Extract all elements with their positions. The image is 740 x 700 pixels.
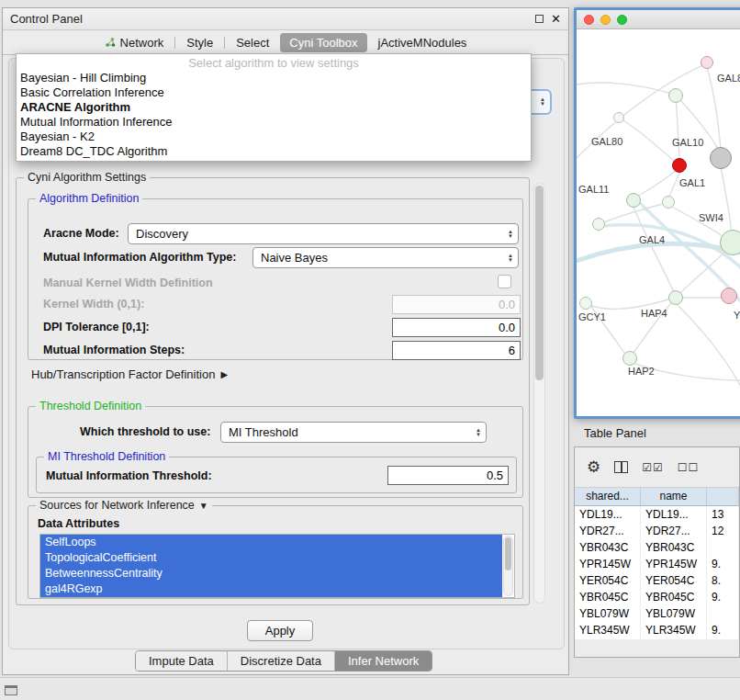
- mi-threshold-group-title: MI Threshold Definition: [44, 450, 169, 463]
- network-node[interactable]: [710, 147, 732, 169]
- close-panel-icon[interactable]: ✕: [551, 15, 561, 24]
- which-threshold-combobox[interactable]: MI Threshold ▲▼: [220, 422, 487, 443]
- float-panel-icon[interactable]: [535, 15, 544, 23]
- tab-select[interactable]: Select: [227, 33, 278, 52]
- network-node[interactable]: [720, 230, 740, 255]
- network-node[interactable]: [579, 297, 592, 310]
- mi-steps-field[interactable]: [392, 341, 521, 360]
- dropdown-item-mutual-information[interactable]: Mutual Information Inference: [17, 115, 531, 130]
- dropdown-item-basic-correlation[interactable]: Basic Correlation Inference: [17, 85, 531, 100]
- apply-button[interactable]: Apply: [247, 620, 313, 641]
- network-node[interactable]: [592, 218, 605, 231]
- mi-algorithm-type-combobox[interactable]: Naive Bayes ▲▼: [252, 247, 519, 268]
- dropdown-item-bayesian-hill[interactable]: Bayesian - Hill Climbing: [17, 71, 531, 85]
- combo-stepper-icon: ▲▼: [536, 97, 545, 107]
- attribute-list-scrollbar[interactable]: [503, 536, 513, 596]
- close-window-icon[interactable]: [584, 15, 594, 25]
- tab-cyni-toolbox[interactable]: Cyni Toolbox: [280, 33, 366, 52]
- tab-label: Cyni Toolbox: [289, 36, 357, 50]
- table-toolbar: ⚙ ☑☑ ☐☐: [575, 447, 739, 488]
- table-settings-gear-icon[interactable]: ⚙: [587, 459, 600, 475]
- table-row[interactable]: YDR27...YDR27...12: [575, 523, 739, 539]
- dpi-tolerance-field[interactable]: [392, 318, 521, 337]
- table-row[interactable]: YLR345WYLR345W9.: [575, 622, 739, 638]
- node-label: GAL1: [679, 177, 705, 188]
- column-header-extra[interactable]: [707, 488, 739, 506]
- hub-definition-label: Hub/Transcription Factor Definition: [31, 367, 215, 381]
- attribute-item-gal4rgexp[interactable]: gal4RGexp: [40, 581, 502, 597]
- tab-discretize-data[interactable]: Discretize Data: [227, 651, 334, 671]
- network-node[interactable]: [613, 112, 624, 123]
- tab-jactivemnodules[interactable]: jActiveMNodules: [369, 33, 477, 52]
- table-row[interactable]: YIL052CYIL052C: [575, 638, 739, 639]
- column-selector-icon[interactable]: [614, 461, 628, 473]
- control-panel-title: Control Panel: [10, 12, 83, 26]
- combobox-value: Discovery: [136, 227, 504, 241]
- mi-threshold-field[interactable]: [387, 466, 509, 485]
- dropdown-item-aracne[interactable]: ARACNE Algorithm: [17, 100, 531, 115]
- table-header-row: shared... name: [575, 488, 739, 506]
- network-tab-icon: [105, 37, 116, 48]
- minimized-panel-icon[interactable]: [5, 685, 17, 695]
- kernel-width-label: Kernel Width (0,1):: [43, 298, 144, 310]
- dpi-tolerance-label: DPI Tolerance [0,1]:: [43, 321, 150, 333]
- tab-network[interactable]: Network: [95, 33, 174, 52]
- network-node[interactable]: [622, 351, 637, 366]
- node-label: GAL8: [717, 73, 740, 84]
- control-panel-titlebar: Control Panel ✕: [3, 8, 568, 30]
- node-label: HAP4: [641, 308, 667, 319]
- attribute-item-selfloops[interactable]: SelfLoops: [40, 535, 502, 550]
- tab-impute-data[interactable]: Impute Data: [136, 651, 227, 671]
- algorithm-definition-title: Algorithm Definition: [36, 192, 142, 205]
- bottom-strip: [0, 677, 740, 700]
- dropdown-placeholder: Select algorithm to view settings: [17, 56, 531, 71]
- deselect-all-rows-icon[interactable]: ☐☐: [678, 461, 700, 474]
- network-node[interactable]: [721, 288, 737, 304]
- mi-steps-label: Mutual Information Steps:: [43, 344, 185, 356]
- column-header-shared-name[interactable]: shared...: [575, 488, 641, 506]
- table-row[interactable]: YBR043CYBR043C: [575, 539, 739, 556]
- control-panel-tab-bar: Network Style Select Cyni Toolbox jActiv…: [3, 30, 568, 55]
- network-node[interactable]: [668, 88, 683, 103]
- tab-infer-network[interactable]: Infer Network: [334, 651, 432, 671]
- minimize-window-icon[interactable]: [600, 15, 611, 25]
- mi-algorithm-type-label: Mutual Information Algorithm Type:: [43, 251, 236, 264]
- tab-style[interactable]: Style: [177, 33, 222, 52]
- manual-kernel-width-label: Manual Kernel Width Definition: [43, 277, 213, 289]
- table-row[interactable]: YBL079WYBL079W: [575, 605, 739, 622]
- settings-scrollbar[interactable]: [533, 183, 545, 604]
- zoom-window-icon[interactable]: [617, 15, 627, 25]
- table-row[interactable]: YDL19...YDL19...13: [575, 506, 739, 523]
- network-node[interactable]: [626, 193, 641, 208]
- node-label: SWI4: [699, 212, 723, 223]
- manual-kernel-width-checkbox[interactable]: [498, 275, 511, 288]
- dropdown-item-dream8[interactable]: Dream8 DC_TDC Algorithm: [17, 144, 531, 159]
- kernel-width-field[interactable]: [392, 295, 521, 314]
- network-node-selected[interactable]: [672, 158, 687, 173]
- aracne-mode-combobox[interactable]: Discovery ▲▼: [128, 223, 519, 244]
- tab-label: Style: [186, 36, 213, 50]
- select-all-rows-icon[interactable]: ☑☑: [642, 461, 664, 474]
- network-node[interactable]: [662, 196, 675, 209]
- network-node[interactable]: [668, 290, 683, 305]
- attribute-item-betweennesscentrality[interactable]: BetweennessCentrality: [40, 566, 502, 581]
- column-header-name[interactable]: name: [641, 488, 707, 506]
- tab-separator: [174, 37, 175, 49]
- control-panel-window: Control Panel ✕ Network Style Select Cyn…: [2, 7, 569, 675]
- table-row[interactable]: YPR145WYPR145W9.: [575, 556, 739, 572]
- node-label: Y: [734, 310, 740, 321]
- dropdown-item-bayesian-k2[interactable]: Bayesian - K2: [17, 130, 531, 144]
- table-panel-title: Table Panel: [584, 426, 646, 440]
- combo-stepper-icon: ▲▼: [504, 230, 513, 239]
- combobox-value: Naive Bayes: [261, 251, 504, 265]
- network-node[interactable]: [701, 56, 713, 69]
- network-canvas[interactable]: GAL8 GAL80 GAL10 GAL11 GAL1 SWI4 GAL4 GC…: [577, 29, 740, 416]
- threshold-definition-title: Threshold Definition: [36, 400, 145, 412]
- node-label: GAL11: [578, 184, 609, 195]
- attribute-item-topologicalcoefficient[interactable]: TopologicalCoefficient: [40, 550, 502, 566]
- table-row[interactable]: YBR045CYBR045C9.: [575, 589, 739, 605]
- hub-definition-expander[interactable]: Hub/Transcription Factor Definition ▶: [31, 367, 228, 381]
- table-row[interactable]: YER054CYER054C8.: [575, 572, 739, 589]
- chevron-down-icon[interactable]: ▼: [199, 501, 208, 511]
- node-label: GAL4: [639, 234, 665, 245]
